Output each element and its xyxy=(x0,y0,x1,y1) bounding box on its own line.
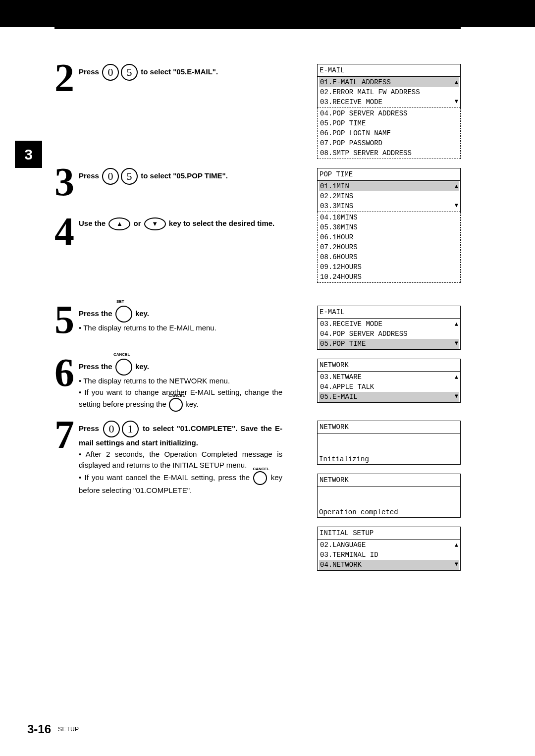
step-number: 3 xyxy=(54,166,77,198)
list-item: 01.1MIN xyxy=(319,181,459,191)
cancel-key-icon xyxy=(115,359,132,376)
text: Press xyxy=(79,171,101,180)
text: key. xyxy=(133,309,149,318)
step-6: 6 CANCEL Press the key. • The display re… xyxy=(54,359,461,412)
display-body: 03.NETWARE 04.APPLE TALK 05.E-MAIL ▲ ▼ xyxy=(317,371,461,403)
page-number: 3-16 xyxy=(27,722,51,736)
list-item: 02.2MINS xyxy=(319,191,459,201)
text: key to select the desired time. xyxy=(167,219,275,227)
section-label: SETUP xyxy=(58,726,79,733)
up-arrow-icon: ▲ xyxy=(455,78,458,88)
list-item: 04.APPLE TALK xyxy=(319,382,459,392)
display-extra: 04.10MINS 05.30MINS 06.1HOUR 07.2HOURS 0… xyxy=(317,212,461,283)
display-email2: E-MAIL 03.RECEIVE MODE 04.POP SERVER ADD… xyxy=(317,306,461,350)
text: key. xyxy=(133,362,149,371)
step-5: 5 SET Press the key. • The display retur… xyxy=(54,306,461,350)
text: Use the xyxy=(79,219,107,227)
arrow-up-key-icon: ▲ xyxy=(108,217,130,230)
list-item: 03.3MINS xyxy=(319,201,459,211)
display-body: 01.E-MAIL ADDRESS 02.ERROR MAIL FW ADDRE… xyxy=(317,76,461,108)
list-item: 02.ERROR MAIL FW ADDRESS xyxy=(319,87,459,97)
display-title: POP TIME xyxy=(317,168,461,180)
list-item: 07.POP PASSWORD xyxy=(319,138,459,148)
display-title: NETWORK xyxy=(317,474,461,486)
step-text: CANCEL Press the key. • The display retu… xyxy=(77,359,282,412)
display-message: Operation completed xyxy=(317,486,461,518)
list-item: 09.12HOURS xyxy=(319,262,459,272)
step-text: SET Press the key. • The display returns… xyxy=(77,306,282,335)
list-item: 08.6HOURS xyxy=(319,252,459,262)
display-title: INITIAL SETUP xyxy=(317,527,461,539)
display-column: NETWORK Initializing NETWORK Operation c… xyxy=(317,421,461,571)
list-item: 05.E-MAIL xyxy=(319,392,459,402)
text: or xyxy=(131,219,143,227)
list-item: 08.SMTP SERVER ADDRESS xyxy=(319,148,459,158)
bullet: • The display returns to the NETWORK men… xyxy=(79,376,282,387)
bullet: • The display returns to the E-MAIL menu… xyxy=(79,323,282,334)
display-title: E-MAIL xyxy=(317,64,461,76)
up-arrow-icon: ▲ xyxy=(455,373,458,382)
cancel-key-icon xyxy=(253,471,267,485)
step-text: Press 05 to select "05.E-MAIL". xyxy=(77,64,282,94)
bullet: • If you want cancel the E-MAIL setting,… xyxy=(79,471,282,496)
text: Press xyxy=(79,67,101,76)
key-label: CANCEL xyxy=(168,393,183,399)
text: Press xyxy=(79,424,102,432)
key-label: CANCEL xyxy=(253,466,268,472)
key-0-icon: 0 xyxy=(102,168,119,185)
list-item: 05.POP TIME xyxy=(319,339,459,349)
step-text: Press 05 to select "05.POP TIME". xyxy=(77,168,282,198)
key-0-icon: 0 xyxy=(102,64,119,81)
display-email: E-MAIL 01.E-MAIL ADDRESS 02.ERROR MAIL F… xyxy=(317,64,461,159)
down-arrow-icon: ▼ xyxy=(455,201,458,211)
text: to select "05.E-MAIL". xyxy=(141,67,218,76)
key-1-icon: 1 xyxy=(122,421,139,437)
list-item: 03.NETWARE xyxy=(319,372,459,382)
arrow-down-key-icon: ▼ xyxy=(144,217,166,230)
list-item: 04.NETWORK xyxy=(319,560,459,570)
display-extra: 04.POP SERVER ADDRESS 05.POP TIME 06.POP… xyxy=(317,108,461,159)
text: Press the xyxy=(79,309,114,318)
display-body: 01.1MIN 02.2MINS 03.3MINS ▲ ▼ xyxy=(317,180,461,212)
key-5-icon: 5 xyxy=(121,168,138,185)
step-text: Use the ▲ or ▼ key to select the desired… xyxy=(77,217,282,247)
step-7: 7 Press 01 to select "01.COMPLETE". Save… xyxy=(54,421,461,571)
step-number: 2 xyxy=(54,62,77,94)
list-item: 04.10MINS xyxy=(319,213,459,222)
list-item: 03.RECEIVE MODE xyxy=(319,319,459,329)
step-2: 2 Press 05 to select "05.E-MAIL". E-MAIL… xyxy=(54,64,461,159)
text: • If you want cancel the E-MAIL setting,… xyxy=(79,473,253,481)
display-body: 03.RECEIVE MODE 04.POP SERVER ADDRESS 05… xyxy=(317,318,461,350)
set-key-icon xyxy=(115,306,132,323)
list-item: 06.POP LOGIN NAME xyxy=(319,128,459,138)
list-item: 05.30MINS xyxy=(319,222,459,232)
key-0-icon: 0 xyxy=(103,421,120,437)
list-item: 07.2HOURS xyxy=(319,242,459,252)
header-bar xyxy=(0,0,535,27)
list-item: 06.1HOUR xyxy=(319,232,459,242)
down-arrow-icon: ▼ xyxy=(455,97,458,107)
step-number: 5 xyxy=(54,304,77,335)
step-number: 4 xyxy=(54,216,77,247)
display-network: NETWORK 03.NETWARE 04.APPLE TALK 05.E-MA… xyxy=(317,359,461,403)
display-title: NETWORK xyxy=(317,359,461,371)
footer: 3-16 SETUP xyxy=(27,722,79,736)
list-item: 03.TERMINAL ID xyxy=(319,550,459,560)
text: to select "05.POP TIME". xyxy=(141,171,228,180)
up-arrow-icon: ▲ xyxy=(455,182,458,192)
step-text: Press 01 to select "01.COMPLETE". Save t… xyxy=(77,421,282,496)
display-body: 02.LANGUAGE 03.TERMINAL ID 04.NETWORK ▲ … xyxy=(317,539,461,571)
down-arrow-icon: ▼ xyxy=(455,559,458,569)
chapter-tab: 3 xyxy=(15,141,42,168)
down-arrow-icon: ▼ xyxy=(455,338,458,348)
text: key. xyxy=(185,400,198,408)
step-number: 6 xyxy=(54,357,77,412)
key-label: SET xyxy=(116,299,124,305)
bullet: • If you want to change another E-MAIL s… xyxy=(79,387,282,412)
list-item: 04.POP SERVER ADDRESS xyxy=(319,108,459,118)
bullet: • After 2 seconds, the Operation Complet… xyxy=(79,449,282,471)
up-arrow-icon: ▲ xyxy=(455,540,458,550)
list-item: 01.E-MAIL ADDRESS xyxy=(319,77,459,87)
list-item: 05.POP TIME xyxy=(319,118,459,128)
key-5-icon: 5 xyxy=(121,64,138,81)
